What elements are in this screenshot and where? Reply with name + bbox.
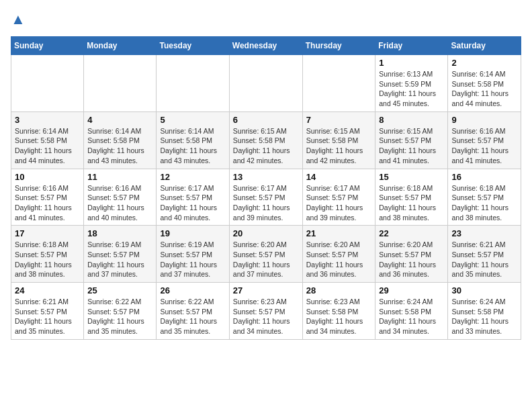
calendar-cell: 12Sunrise: 6:17 AMSunset: 5:57 PMDayligh… [157,169,229,226]
calendar-cell: 8Sunrise: 6:15 AMSunset: 5:57 PMDaylight… [375,111,448,169]
day-number: 20 [233,228,299,238]
calendar-cell: 25Sunrise: 6:22 AMSunset: 5:57 PMDayligh… [84,283,157,340]
day-info: Sunrise: 6:22 AMSunset: 5:57 PMDaylight:… [87,297,152,336]
day-info: Sunrise: 6:14 AMSunset: 5:58 PMDaylight:… [160,126,225,166]
calendar-cell: 4Sunrise: 6:14 AMSunset: 5:58 PMDaylight… [84,111,157,169]
calendar-cell: 30Sunrise: 6:24 AMSunset: 5:58 PMDayligh… [448,283,521,340]
day-number: 2 [451,58,517,68]
calendar-cell: 16Sunrise: 6:18 AMSunset: 5:57 PMDayligh… [448,169,521,226]
day-info: Sunrise: 6:18 AMSunset: 5:57 PMDaylight:… [379,183,444,223]
week-row-5: 24Sunrise: 6:21 AMSunset: 5:57 PMDayligh… [11,283,521,340]
day-number: 25 [87,285,152,295]
weekday-header-thursday: Thursday [302,37,375,55]
weekday-header-friday: Friday [375,37,448,55]
day-number: 12 [160,172,225,182]
day-number: 28 [306,285,372,295]
day-info: Sunrise: 6:23 AMSunset: 5:58 PMDaylight:… [306,297,372,336]
calendar-cell: 9Sunrise: 6:16 AMSunset: 5:57 PMDaylight… [448,111,521,169]
calendar-cell: 27Sunrise: 6:23 AMSunset: 5:57 PMDayligh… [229,283,302,340]
day-number: 17 [15,228,80,238]
day-number: 21 [306,228,372,238]
day-info: Sunrise: 6:16 AMSunset: 5:57 PMDaylight:… [451,126,517,166]
week-row-4: 17Sunrise: 6:18 AMSunset: 5:57 PMDayligh… [11,226,521,283]
day-info: Sunrise: 6:18 AMSunset: 5:57 PMDaylight:… [451,183,517,223]
calendar-cell: 2Sunrise: 6:14 AMSunset: 5:58 PMDaylight… [448,55,521,112]
calendar-cell [157,55,229,112]
calendar-cell: 3Sunrise: 6:14 AMSunset: 5:58 PMDaylight… [11,111,84,169]
day-number: 14 [306,172,372,182]
day-info: Sunrise: 6:16 AMSunset: 5:57 PMDaylight:… [87,183,152,223]
day-info: Sunrise: 6:18 AMSunset: 5:57 PMDaylight:… [15,240,80,279]
day-number: 16 [451,172,517,182]
day-number: 19 [160,228,225,238]
day-number: 9 [451,115,517,125]
day-number: 30 [451,285,517,295]
day-info: Sunrise: 6:20 AMSunset: 5:57 PMDaylight:… [379,240,444,279]
day-info: Sunrise: 6:19 AMSunset: 5:57 PMDaylight:… [160,240,225,279]
calendar-table: SundayMondayTuesdayWednesdayThursdayFrid… [11,36,521,340]
day-number: 6 [233,115,299,125]
weekday-header-saturday: Saturday [448,37,521,55]
calendar-cell: 17Sunrise: 6:18 AMSunset: 5:57 PMDayligh… [11,226,84,283]
day-number: 4 [87,115,152,125]
day-info: Sunrise: 6:21 AMSunset: 5:57 PMDaylight:… [15,297,80,336]
day-number: 1 [379,58,444,68]
day-info: Sunrise: 6:21 AMSunset: 5:57 PMDaylight:… [451,240,517,279]
day-info: Sunrise: 6:19 AMSunset: 5:57 PMDaylight:… [87,240,152,279]
calendar-cell [84,55,157,112]
day-info: Sunrise: 6:13 AMSunset: 5:59 PMDaylight:… [379,69,444,109]
calendar-cell: 22Sunrise: 6:20 AMSunset: 5:57 PMDayligh… [375,226,448,283]
calendar-cell: 20Sunrise: 6:20 AMSunset: 5:57 PMDayligh… [229,226,302,283]
week-row-2: 3Sunrise: 6:14 AMSunset: 5:58 PMDaylight… [11,111,521,169]
calendar-cell: 24Sunrise: 6:21 AMSunset: 5:57 PMDayligh… [11,283,84,340]
logo-icon: ▲ [11,11,26,28]
day-info: Sunrise: 6:15 AMSunset: 5:58 PMDaylight:… [233,126,299,166]
day-number: 7 [306,115,372,125]
day-info: Sunrise: 6:14 AMSunset: 5:58 PMDaylight:… [451,69,517,109]
day-number: 10 [15,172,80,182]
header: ▲ [11,11,521,28]
calendar-cell: 13Sunrise: 6:17 AMSunset: 5:57 PMDayligh… [229,169,302,226]
calendar-cell: 1Sunrise: 6:13 AMSunset: 5:59 PMDaylight… [375,55,448,112]
day-number: 11 [87,172,152,182]
calendar-cell: 6Sunrise: 6:15 AMSunset: 5:58 PMDaylight… [229,111,302,169]
calendar-cell: 19Sunrise: 6:19 AMSunset: 5:57 PMDayligh… [157,226,229,283]
calendar-cell: 15Sunrise: 6:18 AMSunset: 5:57 PMDayligh… [375,169,448,226]
logo: ▲ [11,11,26,28]
calendar-cell: 28Sunrise: 6:23 AMSunset: 5:58 PMDayligh… [302,283,375,340]
calendar-cell: 11Sunrise: 6:16 AMSunset: 5:57 PMDayligh… [84,169,157,226]
calendar-cell: 7Sunrise: 6:15 AMSunset: 5:58 PMDaylight… [302,111,375,169]
weekday-header-tuesday: Tuesday [157,37,229,55]
calendar-cell [229,55,302,112]
day-info: Sunrise: 6:22 AMSunset: 5:57 PMDaylight:… [160,297,225,336]
day-info: Sunrise: 6:20 AMSunset: 5:57 PMDaylight:… [306,240,372,279]
calendar-cell: 5Sunrise: 6:14 AMSunset: 5:58 PMDaylight… [157,111,229,169]
calendar-cell: 26Sunrise: 6:22 AMSunset: 5:57 PMDayligh… [157,283,229,340]
day-info: Sunrise: 6:16 AMSunset: 5:57 PMDaylight:… [15,183,80,223]
day-info: Sunrise: 6:24 AMSunset: 5:58 PMDaylight:… [379,297,444,336]
calendar-cell: 14Sunrise: 6:17 AMSunset: 5:57 PMDayligh… [302,169,375,226]
day-info: Sunrise: 6:14 AMSunset: 5:58 PMDaylight:… [87,126,152,166]
day-number: 8 [379,115,444,125]
week-row-3: 10Sunrise: 6:16 AMSunset: 5:57 PMDayligh… [11,169,521,226]
calendar-cell [11,55,84,112]
day-number: 5 [160,115,225,125]
day-number: 18 [87,228,152,238]
day-info: Sunrise: 6:24 AMSunset: 5:58 PMDaylight:… [451,297,517,336]
calendar-cell: 29Sunrise: 6:24 AMSunset: 5:58 PMDayligh… [375,283,448,340]
day-number: 13 [233,172,299,182]
day-number: 29 [379,285,444,295]
weekday-header-monday: Monday [84,37,157,55]
day-number: 26 [160,285,225,295]
calendar-cell: 10Sunrise: 6:16 AMSunset: 5:57 PMDayligh… [11,169,84,226]
day-info: Sunrise: 6:17 AMSunset: 5:57 PMDaylight:… [233,183,299,223]
day-info: Sunrise: 6:14 AMSunset: 5:58 PMDaylight:… [15,126,80,166]
week-row-1: 1Sunrise: 6:13 AMSunset: 5:59 PMDaylight… [11,55,521,112]
day-info: Sunrise: 6:20 AMSunset: 5:57 PMDaylight:… [233,240,299,279]
calendar-cell: 21Sunrise: 6:20 AMSunset: 5:57 PMDayligh… [302,226,375,283]
calendar-cell: 18Sunrise: 6:19 AMSunset: 5:57 PMDayligh… [84,226,157,283]
day-number: 27 [233,285,299,295]
day-number: 24 [15,285,80,295]
day-info: Sunrise: 6:17 AMSunset: 5:57 PMDaylight:… [160,183,225,223]
day-info: Sunrise: 6:15 AMSunset: 5:58 PMDaylight:… [306,126,372,166]
